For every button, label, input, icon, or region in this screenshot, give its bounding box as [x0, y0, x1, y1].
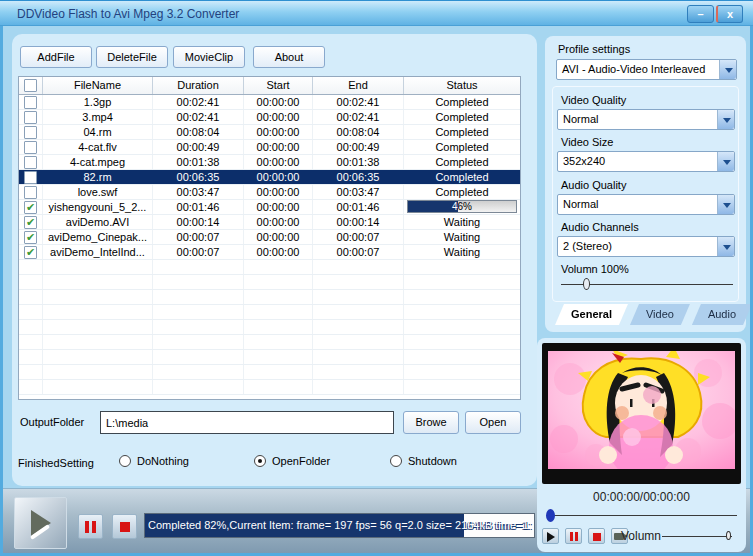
checkbox-unchecked[interactable]: [24, 96, 37, 109]
checkbox-unchecked[interactable]: [24, 171, 37, 184]
checkbox-unchecked[interactable]: [24, 126, 37, 139]
audio-channels-label: Audio Channels: [561, 221, 639, 233]
preview-stop-button[interactable]: [588, 528, 605, 544]
table-row[interactable]: ✔yishengyouni_5_2...00:01:4600:00:0000:0…: [19, 200, 520, 215]
open-button[interactable]: Open: [465, 411, 521, 434]
checkbox-unchecked[interactable]: [24, 111, 37, 124]
radio-openfolder-circle[interactable]: [254, 455, 266, 467]
stop-icon: [120, 522, 130, 532]
tab-general[interactable]: General: [555, 304, 628, 325]
preview-play-button[interactable]: [542, 528, 559, 544]
empty-table-row: [19, 260, 520, 275]
preview-volume-thumb[interactable]: [726, 531, 731, 540]
video-size-label: Video Size: [561, 136, 613, 148]
play-icon: [547, 532, 555, 542]
empty-table-row: [19, 365, 520, 380]
radio-donothing-circle[interactable]: [119, 455, 131, 467]
output-folder-input[interactable]: [100, 411, 394, 434]
profile-combobox[interactable]: AVI - Audio-Video Interleaved: [556, 59, 737, 80]
window-border-left: [0, 26, 3, 556]
pause-convert-button[interactable]: [78, 514, 103, 539]
start-convert-button[interactable]: [14, 497, 67, 549]
close-button[interactable]: x: [716, 5, 743, 23]
tab-audio[interactable]: Audio: [692, 304, 752, 325]
header-duration[interactable]: Duration: [153, 77, 244, 94]
checkbox-unchecked[interactable]: [24, 186, 37, 199]
browse-button[interactable]: Browe: [403, 411, 459, 434]
checkbox-checked[interactable]: ✔: [24, 201, 37, 214]
audio-quality-label: Audio Quality: [561, 179, 626, 191]
conversion-progress-bar: Completed 82%,Current Item: frame= 197 f…: [144, 513, 535, 538]
minimize-button[interactable]: –: [687, 5, 714, 23]
status-progress-text: Completed 82%,Current Item: frame= 197 f…: [148, 519, 535, 531]
table-row[interactable]: 4-cat.flv00:00:4900:00:0000:00:49Complet…: [19, 140, 520, 155]
video-size-value: 352x240: [563, 155, 605, 167]
tab-video[interactable]: Video: [630, 304, 690, 325]
audio-quality-value: Normal: [563, 198, 598, 210]
select-all-checkbox[interactable]: [24, 79, 37, 92]
playback-timecode: 00:00:00/00:00:00: [537, 490, 746, 504]
chevron-down-icon[interactable]: [717, 152, 734, 171]
deletefile-button[interactable]: DeleteFile: [96, 46, 168, 68]
radio-donothing[interactable]: DoNothing: [119, 455, 189, 467]
checkbox-checked[interactable]: ✔: [24, 216, 37, 229]
empty-table-row: [19, 290, 520, 305]
table-row[interactable]: love.swf00:03:4700:00:0000:03:47Complete…: [19, 185, 520, 200]
seek-slider-thumb[interactable]: [546, 509, 555, 522]
empty-table-row: [19, 380, 520, 395]
volume-label: Volumn 100%: [561, 263, 629, 275]
video-quality-combobox[interactable]: Normal: [557, 109, 735, 130]
table-row[interactable]: ✔aviDemo_IntelInd...00:00:0700:00:0000:0…: [19, 245, 520, 260]
header-status[interactable]: Status: [404, 77, 520, 94]
checkbox-checked[interactable]: ✔: [24, 231, 37, 244]
stop-convert-button[interactable]: [112, 514, 137, 539]
profile-settings-panel: Profile settings AVI - Audio-Video Inter…: [545, 36, 746, 332]
table-row[interactable]: ✔aviDemo.AVI00:00:1400:00:0000:00:14Wait…: [19, 215, 520, 230]
header-start[interactable]: Start: [244, 77, 313, 94]
window-title: DDVideo Flash to Avi Mpeg 3.2 Converter: [17, 7, 239, 21]
empty-table-row: [19, 350, 520, 365]
volume-slider-thumb[interactable]: [583, 278, 590, 290]
video-preview: [548, 351, 735, 469]
video-size-combobox[interactable]: 352x240: [557, 151, 735, 172]
preview-volume-label: Volumn: [621, 529, 661, 543]
chevron-down-icon[interactable]: [717, 195, 734, 214]
table-row[interactable]: ✔aviDemo_Cinepak...00:00:0700:00:0000:00…: [19, 230, 520, 245]
preview-pause-button[interactable]: [565, 528, 582, 544]
chevron-down-icon[interactable]: [717, 237, 734, 256]
audio-channels-value: 2 (Stereo): [563, 240, 612, 252]
addfile-button[interactable]: AddFile: [20, 46, 92, 68]
video-frame: [542, 343, 741, 484]
header-end[interactable]: End: [313, 77, 404, 94]
table-row[interactable]: 04.rm00:08:0400:00:0000:08:04Completed: [19, 125, 520, 140]
header-filename[interactable]: FileName: [43, 77, 153, 94]
checkbox-checked[interactable]: ✔: [24, 246, 37, 259]
chevron-down-icon[interactable]: [719, 60, 736, 79]
radio-shutdown-label: Shutdown: [408, 455, 457, 467]
file-table: FileName Duration Start End Status 1.3gp…: [18, 76, 521, 400]
profile-value: AVI - Audio-Video Interleaved: [562, 63, 705, 75]
radio-shutdown-circle[interactable]: [390, 455, 402, 467]
pause-icon: [85, 521, 89, 533]
seek-slider-track[interactable]: [547, 515, 737, 516]
finished-setting-label: FinishedSetting: [18, 457, 94, 469]
checkbox-unchecked[interactable]: [24, 156, 37, 169]
checkbox-unchecked[interactable]: [24, 141, 37, 154]
movieclip-button[interactable]: MovieClip: [173, 46, 245, 68]
preview-volume-track[interactable]: [662, 536, 732, 537]
profile-settings-label: Profile settings: [558, 43, 630, 55]
app-window: DDVideo Flash to Avi Mpeg 3.2 Converter …: [0, 0, 753, 556]
radio-openfolder[interactable]: OpenFolder: [254, 455, 330, 467]
table-row[interactable]: 3.mp400:02:4100:00:0000:02:41Completed: [19, 110, 520, 125]
table-row[interactable]: 4-cat.mpeg00:01:3800:00:0000:01:38Comple…: [19, 155, 520, 170]
radio-shutdown[interactable]: Shutdown: [390, 455, 457, 467]
audio-quality-combobox[interactable]: Normal: [557, 194, 735, 215]
chevron-down-icon[interactable]: [717, 110, 734, 129]
audio-channels-combobox[interactable]: 2 (Stereo): [557, 236, 735, 257]
select-all-checkbox-cell[interactable]: [19, 77, 43, 94]
table-row[interactable]: 82.rm00:06:3500:00:0000:06:35Completed: [19, 170, 520, 185]
about-button[interactable]: About: [253, 46, 325, 68]
empty-table-row: [19, 320, 520, 335]
table-row[interactable]: 1.3gp00:02:4100:00:0000:02:41Completed: [19, 95, 520, 110]
settings-tabs: General Video Audio: [555, 304, 753, 325]
